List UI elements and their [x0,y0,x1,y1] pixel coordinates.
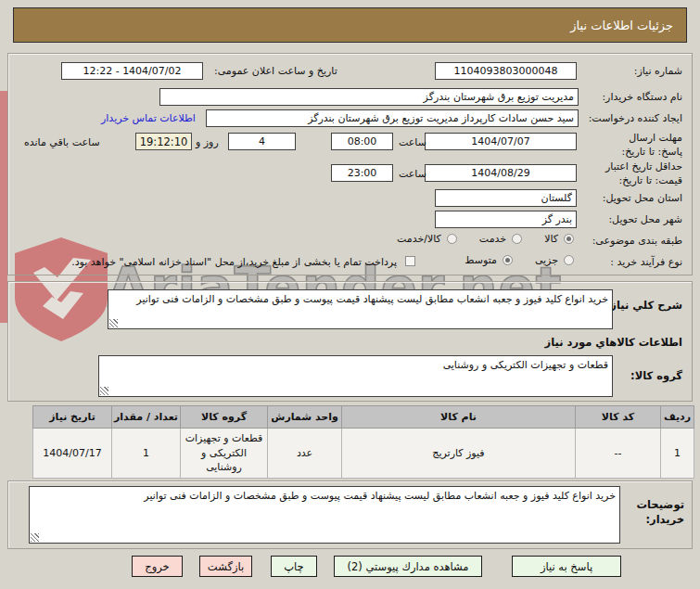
radio-medium[interactable]: متوسط [465,254,513,266]
goods-group-label: گروه كالا: [630,369,682,384]
col-name: نام کالا [342,406,576,429]
radio-goods[interactable]: کالا [544,233,574,245]
remaining-label: ساعت باقي مانده [24,136,100,150]
treasury-note: پرداخت تمام یا بخشی از مبلغ خرید،از محل … [71,256,397,270]
cell-row: 1 [661,429,694,479]
deadline-date-input[interactable] [425,133,577,150]
price-validity-label: حداقل تاریخ اعتبار قیمت: تا تاریخ: [593,160,682,188]
table-row: 1 -- فیوز کارتریج عدد قطعات و تجهیزات ال… [33,429,694,479]
price-validity-date-input[interactable] [425,164,577,182]
price-validity-hour-label: ساعت [399,168,426,182]
deadline-hour-label: ساعت [399,136,426,150]
col-need-date: تاریخ نیاز [33,406,112,429]
classification-label: طبقه بندی موضوعی: [592,235,682,249]
cell-group: قطعات و تجهیزات الکتریکی و روشنایی [181,429,268,479]
radio-goods-icon [564,234,574,244]
radio-partial-label: جزیی [535,254,558,266]
announce-label: تاریخ و ساعت اعلان عمومی: [214,65,337,79]
province-input[interactable] [435,189,577,207]
radio-goods-service-label: کالا/خدمت [397,233,441,245]
cell-name: فیوز کارتریج [342,429,576,479]
goods-info-header: اطلاعات كالاهاي مورد نياز [545,336,682,351]
col-row: ردیف [661,406,694,429]
city-input[interactable] [435,211,577,228]
radio-goods-service[interactable]: کالا/خدمت [397,233,457,245]
city-label: شهر محل تحویل: [608,213,682,227]
buyer-notes-box: توضیحات خریدار: خرید انواع کلید فیوز و ج… [7,480,693,549]
need-number-label: شماره نیاز: [634,65,682,79]
radio-goods-service-icon [447,234,457,244]
classification-radiogroup: کالا خدمت کالا/خدمت [397,233,574,245]
radio-partial-icon [564,255,574,265]
radio-service[interactable]: خدمت [479,233,522,245]
print-button[interactable]: چاپ [271,556,317,577]
description-label: شرح كلي نياز: [606,299,682,314]
col-code: کد کالا [576,406,661,429]
days-label: روز و [196,136,219,150]
radio-partial[interactable]: جزیی [535,254,574,266]
table-header-row: ردیف کد کالا نام کالا واحد شمارش گروه کا… [33,406,694,429]
col-qty: تعداد / مقدار [112,406,181,429]
page-title: جزئیات اطلاعات نیاز [13,7,687,43]
need-details-page: AriaTender.net جزئیات اطلاعات نیاز شماره… [0,0,700,589]
buyer-org-input[interactable] [159,88,579,106]
radio-medium-icon [503,255,513,265]
buyer-notes-textarea[interactable]: خرید انواع کلید فیوز و جعبه انشعاب مطابق… [29,486,620,544]
announce-datetime-input[interactable] [61,62,203,80]
cell-code: -- [576,429,661,479]
goods-group-textarea[interactable]: قطعات و تجهیزات الکتریکی و روشنایی [98,355,613,397]
cell-unit: عدد [268,429,342,479]
treasury-checkbox[interactable] [405,256,415,266]
creator-label: ایجاد کننده درخواست: [589,112,682,126]
description-textarea[interactable]: خرید انواع کلید فیوز و جعبه انشعاب مطابق… [108,289,613,329]
back-button[interactable]: بازگشت [199,556,252,577]
watermark-edge-strip [0,91,7,323]
deadline-label: مهلت ارسال پاسخ: تا تاریخ: [606,132,682,160]
buyer-notes-label: توضیحات خریدار: [625,498,684,527]
col-group: گروه کالا [181,406,268,429]
cell-qty: 1 [112,429,181,479]
province-label: استان محل تحویل: [603,192,682,206]
radio-service-icon [512,234,522,244]
col-unit: واحد شمارش [268,406,342,429]
cell-need-date: 1404/07/17 [33,429,112,479]
creator-input[interactable] [206,109,579,127]
need-description-box: شرح كلي نياز: خرید انواع کلید فیوز و جعب… [7,281,693,402]
radio-service-label: خدمت [479,233,506,245]
need-number-input[interactable] [435,62,577,80]
deadline-time-input[interactable] [331,133,393,150]
exit-button[interactable]: خروج [132,556,183,577]
process-type-label: نوع فرآیند خرید : [610,256,682,270]
buyer-contact-link[interactable]: اطلاعات تماس خریدار [101,112,196,124]
radio-medium-label: متوسط [465,254,497,266]
view-docs-button[interactable]: مشاهده مدارك پیوستي (2) [334,556,482,577]
respond-button[interactable]: پاسخ به نیاز [512,556,621,577]
countdown-timer: 19:12:10 [135,133,192,150]
request-info-box: شماره نیاز: تاریخ و ساعت اعلان عمومی: نا… [7,53,693,275]
radio-goods-label: کالا [544,233,558,245]
buyer-org-label: نام دستگاه خریدار: [602,91,682,105]
price-validity-time-input[interactable] [331,164,393,182]
remaining-days-input[interactable] [228,133,296,150]
goods-table: ردیف کد کالا نام کالا واحد شمارش گروه کا… [32,405,694,479]
process-type-radiogroup: جزیی متوسط [465,254,574,266]
